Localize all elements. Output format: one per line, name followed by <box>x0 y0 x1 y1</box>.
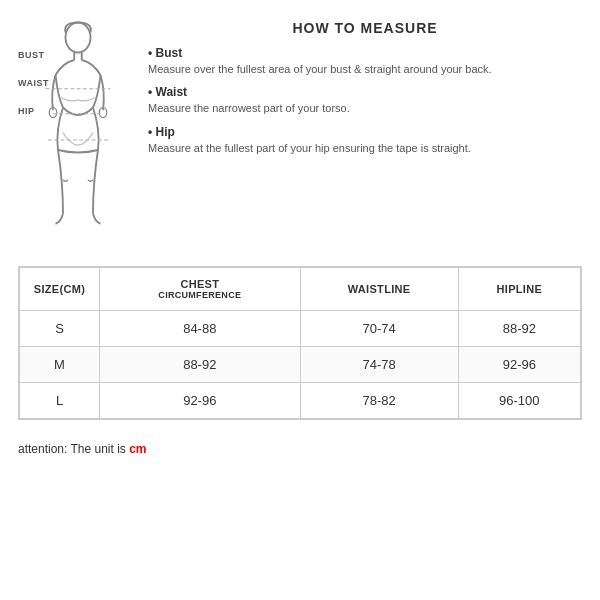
cell-chest-2: 92-96 <box>100 383 301 419</box>
figure-area: BUST WAIST HIP <box>18 20 138 248</box>
bust-label: BUST <box>18 50 49 60</box>
svg-point-0 <box>66 23 91 53</box>
instruction-bust: Bust Measure over the fullest area of yo… <box>148 46 582 77</box>
col-hip: HIPLINE <box>458 268 580 311</box>
hip-instruction-label: Hip <box>148 125 582 139</box>
hip-label: HIP <box>18 106 49 116</box>
instructions-title: HOW TO MEASURE <box>148 20 582 36</box>
table-row: L92-9678-8296-100 <box>20 383 581 419</box>
col-waist: WAISTLINE <box>300 268 458 311</box>
size-table-wrapper: SIZE(cm) CHEST CIRCUMFERENCE WAISTLINE H… <box>18 266 582 420</box>
instructions-section: HOW TO MEASURE Bust Measure over the ful… <box>148 20 582 248</box>
cell-size-1: M <box>20 347 100 383</box>
figure-labels: BUST WAIST HIP <box>18 50 49 116</box>
main-container: BUST WAIST HIP <box>0 0 600 600</box>
size-table: SIZE(cm) CHEST CIRCUMFERENCE WAISTLINE H… <box>19 267 581 419</box>
cell-hip-1: 92-96 <box>458 347 580 383</box>
cell-waist-2: 78-82 <box>300 383 458 419</box>
waist-instruction-label: Waist <box>148 85 582 99</box>
cell-waist-1: 74-78 <box>300 347 458 383</box>
cell-chest-1: 88-92 <box>100 347 301 383</box>
cell-chest-0: 84-88 <box>100 311 301 347</box>
hip-instruction-desc: Measure at the fullest part of your hip … <box>148 141 582 156</box>
table-row: M88-9274-7892-96 <box>20 347 581 383</box>
cell-size-0: S <box>20 311 100 347</box>
cell-waist-0: 70-74 <box>300 311 458 347</box>
cell-hip-2: 96-100 <box>458 383 580 419</box>
instruction-hip: Hip Measure at the fullest part of your … <box>148 125 582 156</box>
bust-instruction-label: Bust <box>148 46 582 60</box>
attention-note: attention: The unit is cm <box>18 442 582 456</box>
table-header-row: SIZE(cm) CHEST CIRCUMFERENCE WAISTLINE H… <box>20 268 581 311</box>
attention-prefix: attention: The unit is <box>18 442 129 456</box>
waist-instruction-desc: Measure the narrowest part of your torso… <box>148 101 582 116</box>
cell-size-2: L <box>20 383 100 419</box>
cell-hip-0: 88-92 <box>458 311 580 347</box>
table-row: S84-8870-7488-92 <box>20 311 581 347</box>
attention-cm: cm <box>129 442 146 456</box>
col-chest: CHEST CIRCUMFERENCE <box>100 268 301 311</box>
instruction-waist: Waist Measure the narrowest part of your… <box>148 85 582 116</box>
col-size: SIZE(cm) <box>20 268 100 311</box>
how-to-measure-section: BUST WAIST HIP <box>18 20 582 248</box>
waist-label: WAIST <box>18 78 49 88</box>
bust-instruction-desc: Measure over the fullest area of your bu… <box>148 62 582 77</box>
